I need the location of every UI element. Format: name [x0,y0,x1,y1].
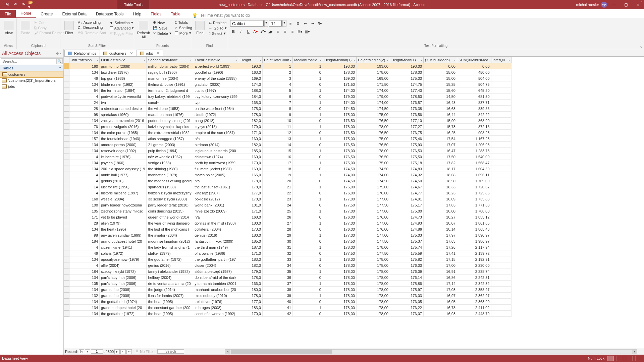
cell[interactable]: 105 [69,208,100,214]
cell[interactable]: on the waterfront (1954) [193,106,239,112]
cell[interactable]: the heat (1995) [147,299,193,305]
tab-help[interactable]: Help [128,10,146,18]
row-selector[interactable] [64,305,69,311]
column-header[interactable]: Height▾ [239,57,262,63]
cell[interactable]: 18,17 [423,166,457,172]
cell[interactable]: 4 [69,154,100,160]
cell[interactable]: 185,0 [239,148,262,154]
cell[interactable]: 174,77 [390,190,423,196]
cell[interactable]: 178,00 [323,268,356,275]
navpane-dropdown-icon[interactable]: ⊙ [56,52,59,55]
cell[interactable]: 0 [292,311,323,317]
cell[interactable]: grand budapest hotel (20 [100,305,147,311]
cell[interactable]: 18,33 [423,184,457,190]
cell[interactable]: 169,00 [323,75,356,81]
cell[interactable]: kryzys (2018) [193,124,239,130]
goto-button[interactable]: →Go To▾ [207,25,228,31]
cell[interactable]: 175,00 [323,112,356,118]
cell[interactable]: taxi driver (1976) [100,69,147,75]
cell[interactable]: 15,73 [423,124,457,130]
row-selector[interactable] [64,299,69,305]
row-selector[interactable] [64,220,69,226]
cell[interactable]: 2 362,97 [457,293,491,299]
cell[interactable]: 175,82 [390,256,423,262]
cell[interactable]: 1 709,00 [457,178,491,184]
cell[interactable]: szepty i krzyki (1972) [100,268,147,275]
cell[interactable]: 18,00 [423,208,457,214]
cell[interactable]: 0 [292,287,323,293]
cell[interactable]: 184 [69,268,100,275]
align-center-button[interactable]: ≡ [282,28,288,35]
cell[interactable]: 1 [292,75,323,81]
cell[interactable]: 1 [292,124,323,130]
cell[interactable]: terminator 2: judgment d [147,87,193,94]
cell[interactable]: 36 [262,275,292,281]
cell[interactable]: the last of the mohicans ( [147,226,193,232]
row-selector[interactable] [64,130,69,136]
find-button[interactable]: Find [193,20,207,36]
cell[interactable]: 0 [292,94,323,100]
cell[interactable]: the godfather (1972) [147,256,193,262]
cell[interactable]: empire of the sun (1987) [193,130,239,136]
cell[interactable] [491,63,511,69]
cell[interactable]: the aviator (2004) [147,232,193,238]
cell[interactable]: titanic (1997) [193,87,239,94]
column-filter-icon[interactable]: ▾ [320,59,321,62]
cell[interactable]: 177,00 [323,196,356,202]
cell[interactable]: 17,82 [423,160,457,166]
cell[interactable]: 174,00 [356,100,390,106]
cell[interactable]: manhunt: unabomber (20 [193,287,239,293]
cell[interactable]: 178,00 [356,275,390,281]
cell[interactable]: 178,00 [323,299,356,305]
cell[interactable]: atlas shrugged (1957) [147,136,193,142]
cell[interactable]: 7 [262,100,292,106]
cell[interactable]: 134 [69,81,100,87]
cell[interactable]: 8 [262,106,292,112]
cell[interactable]: yet to be played [100,214,147,220]
row-selector[interactable] [64,160,69,166]
cell[interactable]: miss nobody (2010) [193,293,239,299]
cell[interactable]: 174,91 [390,196,423,202]
cell[interactable] [491,112,511,118]
cell[interactable]: 177,50 [356,250,390,256]
cell[interactable] [491,184,511,190]
cell[interactable]: solaris (1972) [100,250,147,256]
cell[interactable]: 177,0 [239,190,262,196]
cell[interactable]: 175,00 [356,160,390,166]
cell[interactable]: 31 [262,244,292,250]
cell[interactable]: 175,17 [390,202,423,208]
cell[interactable] [491,232,511,238]
cell[interactable]: 33 [262,256,292,262]
collapse-ribbon-icon[interactable]: ⌃ [640,1,643,4]
cell[interactable]: 2 448,79 [457,311,491,317]
row-selector[interactable] [64,190,69,196]
cell[interactable]: 17,41 [423,250,457,256]
cell[interactable]: kingsajz (1987) [193,190,239,196]
column-filter-icon[interactable]: ▾ [454,59,455,62]
cell[interactable]: 39 [262,293,292,299]
cell[interactable]: 1 788,00 [457,208,491,214]
tab-close-icon[interactable]: ✕ [130,51,133,56]
row-selector[interactable] [64,112,69,118]
cell[interactable]: the color purple (1985) [100,130,147,136]
cell[interactable]: 0 [292,81,323,87]
cell[interactable] [491,275,511,281]
cell[interactable]: 171,0 [239,130,262,136]
tab-close-icon[interactable]: ✕ [156,51,160,56]
cell[interactable] [491,238,511,244]
cell[interactable]: 18,00 [423,75,457,81]
cell[interactable]: 177,00 [356,196,390,202]
cell[interactable]: n/a [193,136,239,142]
cell[interactable]: any given sunday (1999) [100,232,147,238]
cell[interactable]: 176,09 [390,268,423,275]
cell[interactable]: thelma & louise (1991) [147,81,193,87]
object-tab[interactable]: customers✕ [100,50,137,56]
cell[interactable]: 2 192,91 [457,256,491,262]
cell[interactable]: in bruges (2008) [193,305,239,311]
cell[interactable]: 176,00 [356,214,390,220]
cell[interactable]: 645,20 [457,87,491,94]
column-header[interactable]: 3rdProfesion▾ [69,57,100,63]
row-selector[interactable] [64,293,69,299]
cell[interactable]: 0 [292,238,323,244]
row-selector[interactable] [64,232,69,238]
